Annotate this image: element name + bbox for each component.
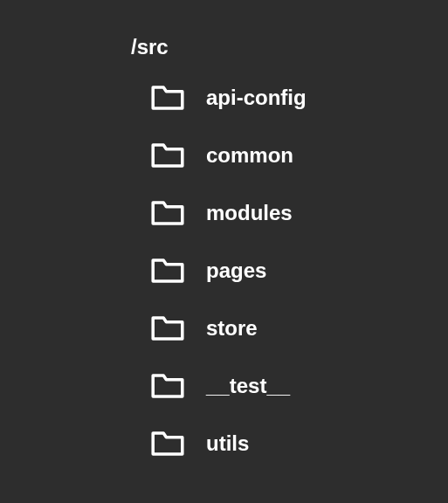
- folder-label: utils: [206, 431, 249, 456]
- folder-label: api-config: [206, 86, 307, 110]
- folder-label: __test__: [206, 374, 290, 398]
- root-directory-label: /src: [131, 35, 448, 59]
- folder-icon: [150, 84, 185, 112]
- folder-item-pages[interactable]: pages: [150, 257, 448, 285]
- folder-icon: [150, 141, 185, 169]
- folder-item-test[interactable]: __test__: [150, 372, 448, 400]
- folder-icon: [150, 372, 185, 400]
- folder-label: common: [206, 143, 293, 168]
- folder-item-utils[interactable]: utils: [150, 430, 448, 458]
- folder-item-modules[interactable]: modules: [150, 199, 448, 227]
- folder-label: pages: [206, 258, 266, 283]
- folder-item-store[interactable]: store: [150, 314, 448, 342]
- folder-icon: [150, 314, 185, 342]
- folder-list: api-config common modules pages: [131, 84, 448, 458]
- folder-icon: [150, 199, 185, 227]
- folder-item-common[interactable]: common: [150, 141, 448, 169]
- folder-icon: [150, 257, 185, 285]
- folder-icon: [150, 430, 185, 458]
- folder-label: modules: [206, 201, 293, 225]
- folder-label: store: [206, 316, 258, 341]
- folder-item-api-config[interactable]: api-config: [150, 84, 448, 112]
